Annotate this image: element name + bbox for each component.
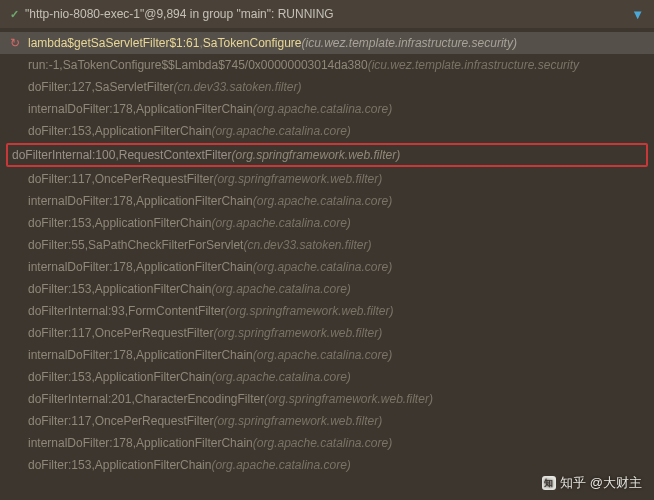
frame-class: ApplicationFilterChain xyxy=(95,456,212,474)
frame-method: doFilter:153 xyxy=(28,368,91,386)
frame-method: doFilter:127 xyxy=(28,78,91,96)
check-icon: ✓ xyxy=(10,8,19,21)
frame-package: (cn.dev33.satoken.filter) xyxy=(173,78,301,96)
frame-method: doFilter:153 xyxy=(28,280,91,298)
stack-frames: ↻lambda$getSaServletFilter$1:61, SaToken… xyxy=(0,28,654,480)
frame-method: doFilter:117 xyxy=(28,412,91,430)
frame-class: FormContentFilter xyxy=(128,302,225,320)
frame-class: ApplicationFilterChain xyxy=(95,214,212,232)
frame-method: lambda$getSaServletFilter$1:61 xyxy=(28,34,199,52)
frame-package: (org.apache.catalina.core) xyxy=(211,456,350,474)
frame-method: run:-1 xyxy=(28,56,59,74)
frame-method: doFilterInternal:100 xyxy=(12,146,115,164)
stack-frame-row[interactable]: doFilter:55, SaPathCheckFilterForServlet… xyxy=(0,234,654,256)
frame-class: ApplicationFilterChain xyxy=(95,122,212,140)
watermark-user: @大财主 xyxy=(590,474,642,492)
stack-frame-row[interactable]: doFilter:117, OncePerRequestFilter (org.… xyxy=(0,322,654,344)
stack-frame-row[interactable]: doFilter:153, ApplicationFilterChain (or… xyxy=(0,454,654,476)
watermark-site: 知乎 xyxy=(560,474,586,492)
frame-method: doFilter:117 xyxy=(28,324,91,342)
stack-frame-row[interactable]: internalDoFilter:178, ApplicationFilterC… xyxy=(0,256,654,278)
stack-frame-row[interactable]: doFilterInternal:93, FormContentFilter (… xyxy=(0,300,654,322)
frame-method: internalDoFilter:178 xyxy=(28,258,133,276)
frame-class: SaPathCheckFilterForServlet xyxy=(88,236,243,254)
frame-package: (org.apache.catalina.core) xyxy=(253,434,392,452)
frame-package: (org.apache.catalina.core) xyxy=(253,258,392,276)
frame-package: (org.apache.catalina.core) xyxy=(211,368,350,386)
stack-frame-row[interactable]: ↻lambda$getSaServletFilter$1:61, SaToken… xyxy=(0,32,654,54)
frame-package: (org.apache.catalina.core) xyxy=(211,280,350,298)
stack-frame-row[interactable]: doFilter:153, ApplicationFilterChain (or… xyxy=(0,120,654,142)
frame-package: (org.apache.catalina.core) xyxy=(253,192,392,210)
frame-class: OncePerRequestFilter xyxy=(95,324,214,342)
frame-method: internalDoFilter:178 xyxy=(28,192,133,210)
frame-class: OncePerRequestFilter xyxy=(95,170,214,188)
frame-package: (org.springframework.web.filter) xyxy=(213,170,382,188)
stack-frame-row[interactable]: doFilter:153, ApplicationFilterChain (or… xyxy=(0,278,654,300)
frame-class: ApplicationFilterChain xyxy=(136,258,253,276)
watermark: 知 知乎 @大财主 xyxy=(542,474,642,492)
stack-frame-row[interactable]: doFilter:153, ApplicationFilterChain (or… xyxy=(0,366,654,388)
frame-package: (org.springframework.web.filter) xyxy=(225,302,394,320)
zhihu-icon: 知 xyxy=(542,476,556,490)
frame-method: doFilter:117 xyxy=(28,170,91,188)
frame-method: doFilterInternal:201 xyxy=(28,390,131,408)
stack-frame-row[interactable]: doFilterInternal:100, RequestContextFilt… xyxy=(6,143,648,167)
frame-method: doFilterInternal:93 xyxy=(28,302,125,320)
frame-package: (org.apache.catalina.core) xyxy=(253,346,392,364)
frame-package: (org.springframework.web.filter) xyxy=(264,390,433,408)
frame-method: internalDoFilter:178 xyxy=(28,434,133,452)
frame-class: ApplicationFilterChain xyxy=(136,192,253,210)
frame-package: (org.springframework.web.filter) xyxy=(213,324,382,342)
stack-frame-row[interactable]: doFilter:117, OncePerRequestFilter (org.… xyxy=(0,410,654,432)
frame-package: (icu.wez.template.infrastructure.securit… xyxy=(368,56,579,74)
frame-method: internalDoFilter:178 xyxy=(28,346,133,364)
frame-method: doFilter:153 xyxy=(28,456,91,474)
frame-method: doFilter:55 xyxy=(28,236,85,254)
stack-frame-row[interactable]: doFilterInternal:201, CharacterEncodingF… xyxy=(0,388,654,410)
frame-class: ApplicationFilterChain xyxy=(136,434,253,452)
frame-package: (cn.dev33.satoken.filter) xyxy=(243,236,371,254)
frame-package: (icu.wez.template.infrastructure.securit… xyxy=(302,34,517,52)
frame-class: ApplicationFilterChain xyxy=(136,100,253,118)
frame-package: (org.springframework.web.filter) xyxy=(231,146,400,164)
frame-class: SaServletFilter xyxy=(95,78,174,96)
frame-package: (org.apache.catalina.core) xyxy=(211,214,350,232)
frame-method: internalDoFilter:178 xyxy=(28,100,133,118)
stack-frame-row[interactable]: doFilter:153, ApplicationFilterChain (or… xyxy=(0,212,654,234)
stack-frame-row[interactable]: doFilter:127, SaServletFilter (cn.dev33.… xyxy=(0,76,654,98)
stack-frame-row[interactable]: internalDoFilter:178, ApplicationFilterC… xyxy=(0,190,654,212)
frame-package: (org.springframework.web.filter) xyxy=(213,412,382,430)
frame-package: (org.apache.catalina.core) xyxy=(211,122,350,140)
stack-frame-row[interactable]: internalDoFilter:178, ApplicationFilterC… xyxy=(0,432,654,454)
filter-icon[interactable]: ▼ xyxy=(631,7,644,22)
frame-class: CharacterEncodingFilter xyxy=(135,390,264,408)
frame-class: ApplicationFilterChain xyxy=(95,280,212,298)
frame-class: RequestContextFilter xyxy=(119,146,232,164)
stack-frame-row[interactable]: doFilter:117, OncePerRequestFilter (org.… xyxy=(0,168,654,190)
thread-title: "http-nio-8080-exec-1"@9,894 in group "m… xyxy=(25,7,334,21)
frame-class: SaTokenConfigure xyxy=(203,34,302,52)
frame-method: doFilter:153 xyxy=(28,214,91,232)
frame-class: OncePerRequestFilter xyxy=(95,412,214,430)
stack-frame-row[interactable]: internalDoFilter:178, ApplicationFilterC… xyxy=(0,344,654,366)
frame-package: (org.apache.catalina.core) xyxy=(253,100,392,118)
rerun-icon[interactable]: ↻ xyxy=(10,34,22,52)
thread-header: ✓ "http-nio-8080-exec-1"@9,894 in group … xyxy=(0,0,654,28)
frame-class: ApplicationFilterChain xyxy=(95,368,212,386)
frame-class: ApplicationFilterChain xyxy=(136,346,253,364)
frame-class: SaTokenConfigure$$Lambda$745/0x000000030… xyxy=(63,56,368,74)
stack-frame-row[interactable]: run:-1, SaTokenConfigure$$Lambda$745/0x0… xyxy=(0,54,654,76)
frame-method: doFilter:153 xyxy=(28,122,91,140)
stack-frame-row[interactable]: internalDoFilter:178, ApplicationFilterC… xyxy=(0,98,654,120)
